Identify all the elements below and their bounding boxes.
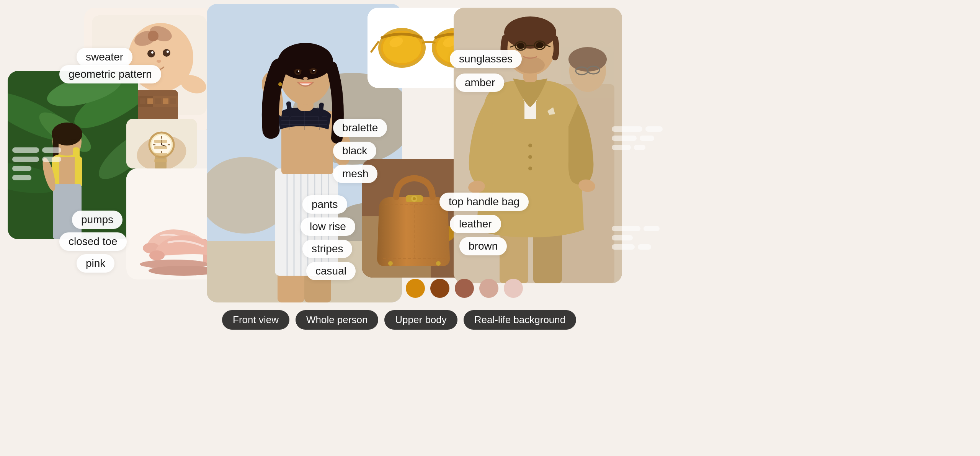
label-top-handle-bag: top handle bag [439,193,529,211]
svg-line-134 [526,45,534,46]
main-scene: sweater geometric pattern [0,0,980,456]
tag-whole-person[interactable]: Whole person [296,310,378,330]
tag-front-view[interactable]: Front view [222,310,289,330]
svg-rect-48 [154,159,167,162]
label-sweater: sweater [77,48,132,66]
label-pink: pink [77,254,114,273]
label-sunglasses: sunglasses [450,50,522,68]
svg-point-6 [147,50,155,57]
svg-point-82 [298,70,299,72]
svg-point-128 [504,16,556,49]
swatch-dark-brown[interactable] [430,279,449,298]
svg-point-10 [157,60,161,63]
label-stripes: stripes [302,240,352,258]
svg-point-85 [313,70,315,71]
svg-point-107 [388,261,393,266]
svg-rect-15 [155,98,161,104]
label-geometric-pattern: geometric pattern [59,65,161,83]
bottom-tags: Front view Whole person Upper body Real-… [222,310,576,330]
swatch-medium-brown[interactable] [455,279,474,298]
deco-bars-man-top [612,126,663,150]
svg-point-5 [148,31,158,41]
svg-rect-16 [163,98,168,104]
label-pants: pants [302,195,347,214]
label-mesh: mesh [333,165,377,183]
svg-rect-46 [154,146,167,149]
tag-real-life-background[interactable]: Real-life background [464,310,576,330]
svg-rect-13 [140,98,145,104]
svg-point-108 [436,261,441,266]
svg-point-105 [413,197,416,200]
swatch-light-brown[interactable] [479,279,498,298]
card-watch [126,119,197,168]
label-brown: brown [459,237,507,255]
swatch-gold[interactable] [406,279,425,298]
label-black: black [333,142,376,160]
svg-point-87 [278,82,282,86]
svg-point-122 [528,167,532,170]
svg-point-9 [167,51,169,53]
label-low-rise: low rise [301,217,355,236]
svg-point-55 [149,250,165,260]
svg-point-130 [517,43,524,49]
label-leather: leather [450,215,501,233]
svg-rect-32 [59,157,75,184]
label-pumps: pumps [72,211,122,229]
svg-rect-47 [154,153,167,156]
deco-bars-man-bottom [612,226,660,250]
deco-bars-plants [12,147,61,180]
label-casual: casual [306,262,356,280]
svg-rect-14 [147,98,153,104]
svg-point-7 [163,49,170,57]
svg-point-120 [528,144,532,147]
label-closed-toe: closed toe [59,232,127,251]
label-bralette: bralette [333,119,387,137]
tag-upper-body[interactable]: Upper body [384,310,457,330]
svg-point-8 [151,51,154,54]
svg-point-121 [528,155,532,159]
svg-point-131 [536,42,544,48]
svg-point-86 [303,77,308,80]
svg-point-79 [278,43,333,80]
swatch-blush[interactable] [504,279,523,298]
color-swatches [406,279,523,298]
svg-rect-17 [170,98,176,104]
label-amber: amber [456,74,504,92]
svg-rect-45 [154,140,167,143]
